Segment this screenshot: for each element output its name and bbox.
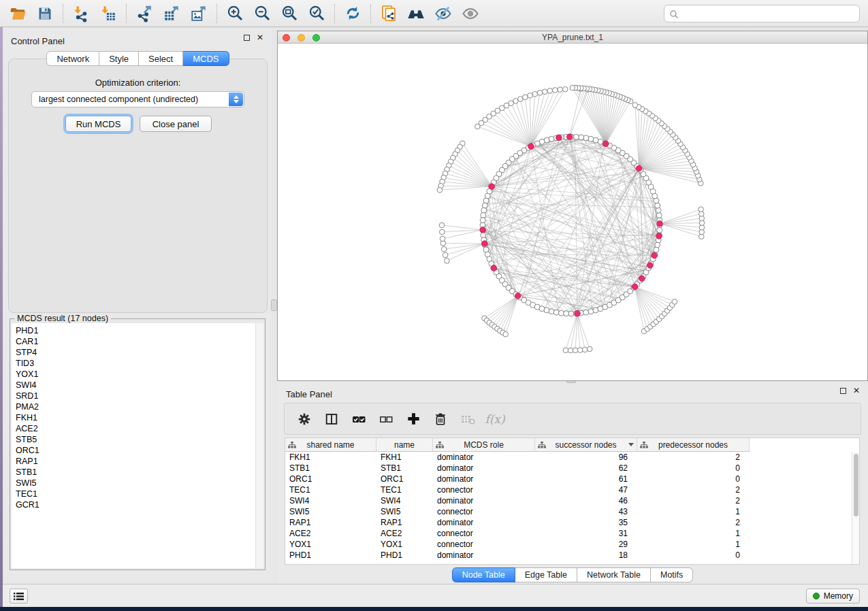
import-network-icon[interactable]: [67, 1, 95, 26]
cell-shared-name[interactable]: SWI5: [285, 506, 376, 517]
search-input[interactable]: [682, 8, 852, 19]
select-all-icon[interactable]: [349, 409, 369, 429]
cell-successor-nodes[interactable]: 31: [535, 528, 637, 539]
cell-shared-name[interactable]: PHD1: [285, 550, 376, 561]
cell-shared-name[interactable]: ACE2: [285, 528, 376, 539]
cell-shared-name[interactable]: STB1: [285, 463, 376, 474]
run-mcds-button[interactable]: Run MCDS: [65, 116, 131, 132]
mcds-result-item[interactable]: TEC1: [16, 489, 255, 499]
unselect-all-icon[interactable]: [376, 409, 396, 429]
table-row[interactable]: PHD1PHD1dominator180: [285, 550, 852, 561]
cell-name[interactable]: ACE2: [376, 528, 433, 539]
cell-MCDS-role[interactable]: dominator: [433, 495, 535, 506]
mcds-result-item[interactable]: STB1: [16, 467, 255, 478]
close-panel-icon[interactable]: ✕: [853, 388, 860, 394]
table-row[interactable]: ORC1ORC1dominator610: [285, 474, 852, 484]
cell-MCDS-role[interactable]: connector: [433, 528, 535, 539]
table-row[interactable]: ACE2ACE2connector311: [285, 528, 852, 539]
column-settings-gear-icon[interactable]: [294, 409, 315, 429]
close-panel-button[interactable]: Close panel: [140, 116, 212, 132]
cell-successor-nodes[interactable]: 61: [535, 474, 637, 484]
cell-successor-nodes[interactable]: 18: [535, 550, 637, 561]
show-columns-icon[interactable]: [321, 409, 342, 429]
mcds-result-item[interactable]: STP4: [16, 347, 255, 358]
tab-network-table[interactable]: Network Table: [577, 567, 651, 582]
cell-predecessor-nodes[interactable]: 0: [637, 550, 750, 561]
tab-network[interactable]: Network: [46, 51, 99, 66]
float-panel-icon[interactable]: [840, 388, 846, 394]
export-image-icon[interactable]: [185, 1, 212, 26]
table-row[interactable]: STB1STB1dominator620: [285, 463, 852, 474]
cell-shared-name[interactable]: ORC1: [285, 474, 376, 484]
table-scrollbar[interactable]: [852, 452, 859, 564]
cell-predecessor-nodes[interactable]: 0: [637, 463, 750, 474]
refresh-view-icon[interactable]: [339, 1, 366, 26]
cell-successor-nodes[interactable]: 96: [535, 452, 637, 463]
cell-predecessor-nodes[interactable]: 1: [637, 539, 750, 550]
tab-node-table[interactable]: Node Table: [452, 567, 515, 582]
mcds-result-item[interactable]: YOX1: [16, 369, 255, 380]
cell-predecessor-nodes[interactable]: 2: [637, 484, 750, 495]
cell-MCDS-role[interactable]: dominator: [433, 463, 535, 474]
cell-successor-nodes[interactable]: 29: [535, 539, 637, 550]
tab-mcds[interactable]: MCDS: [183, 51, 229, 66]
cell-name[interactable]: RAP1: [376, 517, 433, 528]
zoom-out-icon[interactable]: [248, 1, 276, 26]
cell-name[interactable]: SWI4: [376, 495, 433, 506]
tab-motifs[interactable]: Motifs: [651, 567, 693, 582]
hide-graphics-details-icon[interactable]: [430, 1, 457, 26]
mcds-result-item[interactable]: SRD1: [16, 391, 255, 401]
mcds-result-item[interactable]: STB5: [16, 434, 255, 445]
table-row[interactable]: YOX1YOX1connector291: [285, 539, 852, 550]
column-header-MCDS-role[interactable]: MCDS role: [433, 438, 535, 452]
show-graphics-details-icon[interactable]: [457, 1, 484, 26]
cell-predecessor-nodes[interactable]: 1: [637, 506, 750, 517]
cell-MCDS-role[interactable]: connector: [433, 484, 535, 495]
mcds-result-item[interactable]: RAP1: [16, 456, 255, 467]
table-row[interactable]: RAP1RAP1dominator352: [285, 517, 852, 528]
cell-predecessor-nodes[interactable]: 2: [637, 452, 750, 463]
float-panel-icon[interactable]: [244, 35, 250, 41]
mcds-result-item[interactable]: SWI5: [16, 478, 255, 489]
cell-MCDS-role[interactable]: connector: [433, 506, 535, 517]
open-file-icon[interactable]: [4, 1, 31, 26]
cell-successor-nodes[interactable]: 35: [535, 517, 637, 528]
network-from-clipboard-icon[interactable]: [375, 1, 402, 26]
cell-name[interactable]: FKH1: [376, 452, 433, 463]
export-table-icon[interactable]: [158, 1, 185, 26]
first-neighbors-icon[interactable]: [402, 1, 430, 26]
save-session-icon[interactable]: [31, 1, 59, 26]
tab-edge-table[interactable]: Edge Table: [515, 567, 577, 582]
mcds-result-item[interactable]: TID3: [16, 358, 255, 369]
cell-name[interactable]: PHD1: [376, 550, 433, 561]
cell-predecessor-nodes[interactable]: 2: [637, 517, 750, 528]
column-header-shared-name[interactable]: shared name: [285, 438, 376, 452]
search-field[interactable]: [664, 5, 860, 22]
table-row[interactable]: SWI5SWI5connector431: [285, 506, 852, 517]
vertical-splitter-handle[interactable]: [271, 299, 277, 311]
mcds-result-item[interactable]: SWI4: [16, 380, 255, 391]
cell-name[interactable]: YOX1: [376, 539, 433, 550]
table-scrollbar-thumb[interactable]: [854, 454, 858, 516]
criterion-dropdown[interactable]: largest connected component (undirected): [31, 91, 244, 108]
cell-shared-name[interactable]: FKH1: [285, 452, 376, 463]
cell-shared-name[interactable]: RAP1: [285, 517, 376, 528]
mcds-result-item[interactable]: ACE2: [16, 423, 255, 434]
cell-name[interactable]: ORC1: [376, 474, 433, 484]
export-network-icon[interactable]: [131, 1, 158, 26]
cell-MCDS-role[interactable]: dominator: [433, 474, 535, 484]
mcds-result-item[interactable]: PHD1: [16, 325, 255, 336]
mcds-list-scrollbar[interactable]: [255, 323, 263, 568]
zoom-fit-icon[interactable]: [276, 1, 303, 26]
mcds-result-item[interactable]: PMA2: [16, 401, 255, 412]
network-window-titlebar[interactable]: YPA_prune.txt_1: [278, 31, 867, 44]
mcds-result-item[interactable]: FKH1: [16, 412, 255, 423]
cell-MCDS-role[interactable]: dominator: [433, 452, 535, 463]
mcds-result-item[interactable]: GCR1: [16, 499, 255, 510]
cell-name[interactable]: TEC1: [376, 484, 433, 495]
cell-MCDS-role[interactable]: dominator: [433, 517, 535, 528]
cell-predecessor-nodes[interactable]: 0: [637, 474, 750, 484]
cell-successor-nodes[interactable]: 62: [535, 463, 637, 474]
column-header-successor-nodes[interactable]: successor nodes: [535, 438, 637, 452]
cell-name[interactable]: SWI5: [376, 506, 433, 517]
